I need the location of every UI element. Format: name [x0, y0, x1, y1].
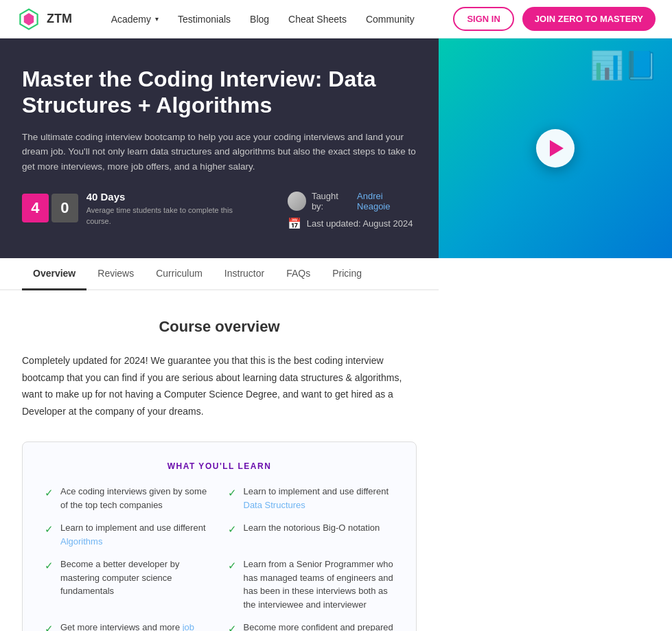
algorithms-link[interactable]: Algorithms — [60, 536, 102, 547]
learn-item: ✓ Learn to implement and use different D… — [228, 485, 395, 512]
main-left: Overview Reviews Curriculum Instructor F… — [0, 258, 439, 631]
avatar — [288, 192, 306, 211]
logo-text: ZTM — [47, 12, 72, 26]
learn-item: ✓ Get more interviews and more job offer… — [45, 621, 211, 631]
check-icon: ✓ — [228, 522, 237, 538]
tabs-bar: Overview Reviews Curriculum Instructor F… — [0, 258, 439, 290]
updated-row: 📅 Last updated: August 2024 — [288, 217, 417, 230]
days-info: 40 Days Average time students take to co… — [86, 191, 255, 226]
updated-label: Last updated: August 2024 — [307, 218, 413, 229]
days-digit-4: 4 — [22, 194, 49, 222]
job-offers-link[interactable]: job offers — [60, 622, 194, 631]
learn-box: WHAT YOU'LL LEARN ✓ Ace coding interview… — [22, 441, 417, 631]
instructor-row: Taught by: Andrei Neagoie — [288, 191, 417, 211]
instructor-info: Taught by: Andrei Neagoie 📅 Last updated… — [288, 191, 417, 230]
tab-instructor[interactable]: Instructor — [213, 258, 275, 290]
taught-by-label: Taught by: — [312, 191, 351, 211]
hero-section: Master the Coding Interview: Data Struct… — [0, 38, 672, 258]
play-triangle-icon — [550, 140, 564, 157]
check-icon: ✓ — [45, 558, 54, 574]
signin-button[interactable]: SIGN IN — [453, 7, 513, 31]
learn-item: ✓ Become more confident and prepared for… — [228, 621, 395, 631]
play-button[interactable] — [536, 129, 575, 168]
nav-links: Academy ▾ Testimonials Blog Cheat Sheets… — [111, 14, 415, 25]
days-badge: 4 0 40 Days Average time students take t… — [22, 191, 255, 226]
nav-testimonials[interactable]: Testimonials — [178, 14, 231, 25]
days-sub: Average time students take to complete t… — [86, 206, 233, 225]
course-title: Master the Coding Interview: Data Struct… — [22, 66, 417, 119]
chevron-down-icon: ▾ — [155, 15, 159, 23]
calendar-icon: 📅 — [288, 217, 301, 230]
tab-overview[interactable]: Overview — [22, 258, 86, 290]
learn-item: ✓ Become a better developer by mastering… — [45, 558, 211, 611]
learn-box-title: WHAT YOU'LL LEARN — [45, 461, 394, 471]
main-grid: Overview Reviews Curriculum Instructor F… — [0, 258, 672, 631]
data-structures-link[interactable]: Data Structures — [244, 500, 305, 510]
nav-academy[interactable]: Academy ▾ — [111, 14, 159, 25]
logo-icon — [16, 7, 41, 32]
nav-cheat-sheets[interactable]: Cheat Sheets — [288, 14, 347, 25]
tab-faqs[interactable]: FAQs — [275, 258, 321, 290]
join-button[interactable]: JOIN ZERO TO MASTERY — [522, 7, 656, 31]
instructor-link[interactable]: Andrei Neagoie — [357, 191, 417, 211]
learn-item: ✓ Learn the notorious Big-O notation — [228, 521, 395, 548]
check-icon: ✓ — [45, 621, 54, 631]
thumb-decor: 📊📘 — [590, 49, 658, 82]
hero-content: Master the Coding Interview: Data Struct… — [0, 38, 439, 258]
check-icon: ✓ — [228, 558, 237, 574]
check-icon: ✓ — [228, 621, 237, 631]
navbar: ZTM Academy ▾ Testimonials Blog Cheat Sh… — [0, 0, 672, 38]
overview-text: Completely updated for 2024! We guarante… — [22, 352, 417, 420]
logo[interactable]: ZTM — [16, 7, 72, 32]
tab-reviews[interactable]: Reviews — [86, 258, 145, 290]
days-label: 40 Days — [86, 191, 255, 203]
check-icon: ✓ — [45, 485, 54, 501]
nav-blog[interactable]: Blog — [250, 14, 269, 25]
nav-community[interactable]: Community — [366, 14, 415, 25]
course-description: The ultimate coding interview bootcamp t… — [22, 130, 417, 174]
svg-marker-1 — [24, 13, 34, 25]
check-icon: ✓ — [228, 485, 237, 501]
check-icon: ✓ — [45, 522, 54, 538]
learn-item: ✓ Ace coding interviews given by some of… — [45, 485, 211, 512]
hero-meta: 4 0 40 Days Average time students take t… — [22, 191, 417, 230]
course-thumbnail: 📊📘 — [439, 38, 672, 258]
tab-curriculum[interactable]: Curriculum — [145, 258, 213, 290]
days-digit-0: 0 — [51, 194, 78, 222]
main-content: Course overview Completely updated for 2… — [0, 290, 439, 631]
learn-grid: ✓ Ace coding interviews given by some of… — [45, 485, 394, 631]
overview-title: Course overview — [22, 318, 417, 336]
nav-actions: SIGN IN JOIN ZERO TO MASTERY — [453, 7, 656, 31]
learn-item: ✓ Learn to implement and use different A… — [45, 521, 211, 548]
learn-item: ✓ Learn from a Senior Programmer who has… — [228, 558, 395, 611]
tab-pricing[interactable]: Pricing — [321, 258, 373, 290]
